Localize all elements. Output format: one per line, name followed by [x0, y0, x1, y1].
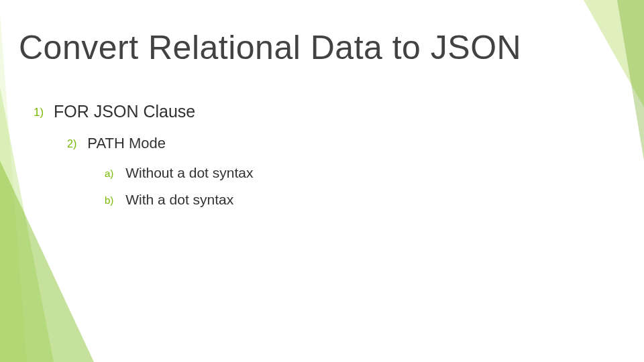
- list-marker: 2): [67, 138, 76, 149]
- list-item-level3: a) Without a dot syntax: [105, 165, 253, 181]
- list-text: With a dot syntax: [125, 192, 233, 207]
- slide-title: Convert Relational Data to JSON: [19, 28, 521, 67]
- slide: Convert Relational Data to JSON 1) FOR J…: [0, 0, 644, 362]
- list-item-level2: 2) PATH Mode: [67, 135, 166, 152]
- decorative-triangle: [0, 87, 54, 362]
- list-item-level1: 1) FOR JSON Clause: [34, 102, 195, 121]
- list-marker: a): [105, 168, 113, 179]
- list-marker: 1): [34, 106, 44, 119]
- list-marker: b): [105, 194, 113, 206]
- list-item-level3: b) With a dot syntax: [105, 192, 253, 208]
- list-text: PATH Mode: [87, 135, 166, 152]
- decorative-triangle: [584, 0, 644, 107]
- list-text: Without a dot syntax: [125, 165, 253, 180]
- decorative-triangle: [617, 0, 644, 161]
- list-text: FOR JSON Clause: [54, 102, 195, 121]
- list-level3-group: a) Without a dot syntax b) With a dot sy…: [67, 154, 253, 208]
